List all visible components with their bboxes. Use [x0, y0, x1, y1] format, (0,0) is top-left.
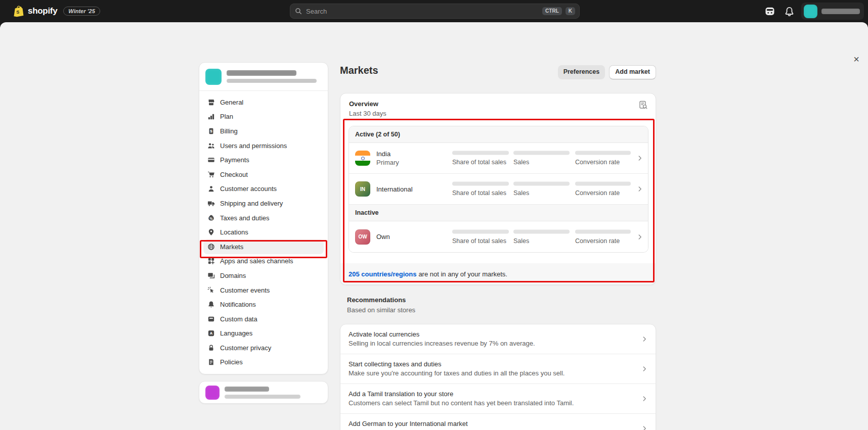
sidebar-item-policies[interactable]: Policies — [203, 355, 324, 370]
chevron-right-icon — [636, 185, 643, 193]
recommendation-description: Make sure you're accounting for taxes an… — [349, 369, 635, 378]
overview-card: Overview Last 30 days Active (2 of 50) I… — [340, 93, 656, 285]
page-header: Markets Preferences Add market — [340, 65, 656, 80]
inactive-section-header: Inactive — [349, 205, 648, 221]
sidebar-item-apps-and-sales-channels[interactable]: Apps and sales channels — [203, 254, 324, 269]
search-icon — [294, 7, 302, 15]
metric-share-of-total-sales: Share of total sales — [452, 182, 509, 197]
sidebar-item-plan[interactable]: Plan — [203, 110, 324, 124]
chevron-right-icon — [641, 336, 648, 343]
chevron-right-icon — [636, 155, 643, 162]
metric-share-of-total-sales: Share of total sales — [452, 229, 509, 244]
sidebar-item-custom-data[interactable]: Custom data — [203, 312, 324, 326]
recommendations-card: Activate local currencies Selling in loc… — [340, 324, 656, 430]
sidebar-item-locations[interactable]: Locations — [203, 225, 324, 240]
market-row-india[interactable]: IndiaPrimary Share of total sales Sales … — [349, 143, 648, 174]
recommendation-description: Customers can select Tamil but no conten… — [349, 399, 635, 408]
metric-placeholder-bar — [513, 151, 570, 155]
custom-data-icon — [207, 315, 215, 323]
store-switcher[interactable] — [801, 3, 864, 20]
sidebar-item-customer-privacy[interactable]: Customer privacy — [203, 341, 324, 355]
market-subtitle: Primary — [376, 159, 399, 166]
metric-sales: Sales — [513, 151, 570, 166]
user-name-redacted — [225, 387, 300, 399]
international-market-icon: IN — [355, 181, 370, 197]
notifications-bell-icon[interactable] — [783, 5, 795, 17]
market-row-own[interactable]: OW Own Share of total sales Sales Conver… — [349, 221, 648, 252]
sidebar-item-markets[interactable]: Markets — [203, 240, 324, 254]
recommendation-title: Activate local currencies — [349, 330, 635, 339]
search-input[interactable] — [306, 8, 539, 15]
sidebar-item-label: Customer accounts — [220, 185, 277, 193]
page-title: Markets — [340, 65, 378, 76]
market-name: International — [376, 185, 413, 193]
sidebar-item-users-and-permissions[interactable]: Users and permissions — [203, 138, 324, 153]
sidebar-item-label: Users and permissions — [220, 142, 287, 150]
svg-text:%: % — [210, 216, 213, 220]
own-market-icon: OW — [355, 229, 370, 245]
logged-in-user-card[interactable] — [199, 381, 328, 404]
settings-nav: General Plan $Billing Users and permissi… — [199, 91, 328, 373]
sidebar-item-domains[interactable]: Domains — [203, 268, 324, 283]
recommendation-add-tamil-translation[interactable]: Add a Tamil translation to your store Cu… — [340, 384, 656, 413]
close-icon[interactable]: × — [849, 52, 864, 67]
sidebar-item-label: Policies — [220, 358, 243, 366]
market-row-international[interactable]: IN International Share of total sales Sa… — [349, 174, 648, 205]
sidebar-item-payments[interactable]: Payments — [203, 153, 324, 167]
sidebar-item-label: General — [220, 99, 243, 106]
recommendation-title: Add German to your International market — [349, 419, 635, 428]
shopify-admin-markets-settings: S shopify Winter ’25 CTRL K × — [0, 0, 868, 430]
metric-placeholder-bar — [575, 229, 631, 233]
users-icon — [207, 142, 215, 150]
svg-text:$: $ — [210, 129, 212, 133]
sidebar-item-billing[interactable]: $Billing — [203, 124, 324, 138]
sidebar-item-customer-accounts[interactable]: Customer accounts — [203, 182, 324, 197]
metric-conversion-rate: Conversion rate — [575, 182, 631, 197]
sidebar-item-label: Taxes and duties — [220, 214, 270, 222]
sidebar-item-customer-events[interactable]: Customer events — [203, 283, 324, 298]
preferences-button[interactable]: Preferences — [558, 65, 605, 79]
store-name-redacted — [821, 9, 860, 14]
recommendations-title: Recommendations — [347, 296, 406, 304]
sidebar-item-label: Languages — [220, 329, 252, 337]
shopify-logo[interactable]: S shopify Winter ’25 — [13, 0, 100, 22]
sidebar-item-shipping-and-delivery[interactable]: Shipping and delivery — [203, 196, 324, 211]
customer-events-cursor-icon — [207, 286, 215, 294]
metric-placeholder-bar — [452, 229, 509, 233]
overview-footer: 205 countries/regions are not in any of … — [340, 263, 656, 284]
languages-icon: A — [207, 329, 215, 337]
taxes-icon: % — [207, 214, 215, 222]
markets-list: Active (2 of 50) IndiaPrimary Share of t… — [349, 126, 648, 253]
add-market-button[interactable]: Add market — [609, 65, 656, 79]
sidebar-item-checkout[interactable]: Checkout — [203, 167, 324, 182]
sidebar-item-label: Notifications — [220, 301, 256, 308]
customer-accounts-icon — [207, 185, 215, 193]
view-report-icon[interactable] — [638, 100, 648, 110]
recommendation-add-german[interactable]: Add German to your International market … — [340, 413, 656, 430]
edition-badge[interactable]: Winter ’25 — [63, 7, 100, 16]
sidebar-item-languages[interactable]: ALanguages — [203, 326, 324, 341]
global-search[interactable]: CTRL K — [290, 4, 580, 19]
recommendation-activate-local-currencies[interactable]: Activate local currencies Selling in loc… — [340, 324, 656, 354]
location-pin-icon — [207, 228, 215, 236]
recommendation-start-collecting-taxes[interactable]: Start collecting taxes and duties Make s… — [340, 354, 656, 384]
countries-regions-link[interactable]: 205 countries/regions — [349, 270, 416, 278]
overview-title: Overview — [349, 100, 378, 108]
sidebar-store-header[interactable] — [199, 63, 328, 91]
store-icon — [207, 99, 215, 106]
metric-placeholder-bar — [575, 182, 631, 186]
chevron-right-icon — [641, 425, 648, 430]
sidebar-item-notifications[interactable]: Notifications — [203, 297, 324, 312]
sidekick-icon[interactable] — [764, 5, 776, 17]
markets-globe-icon — [207, 243, 215, 251]
recommendation-description: Selling in local currencies increases re… — [349, 339, 635, 348]
metric-sales: Sales — [513, 182, 570, 197]
sidebar-item-general[interactable]: General — [203, 95, 324, 110]
chevron-right-icon — [636, 233, 643, 241]
sidebar-item-label: Custom data — [220, 315, 257, 323]
sidebar-item-label: Customer privacy — [220, 344, 271, 352]
notifications-bell-icon — [207, 301, 215, 308]
sidebar-item-taxes-and-duties[interactable]: %Taxes and duties — [203, 211, 324, 225]
metric-placeholder-bar — [575, 151, 631, 155]
metric-placeholder-bar — [513, 182, 570, 186]
